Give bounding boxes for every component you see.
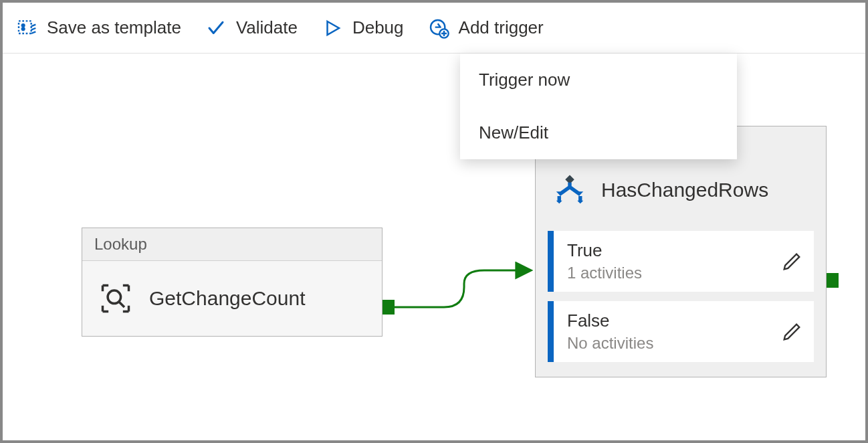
save-template-label: Save as template (47, 17, 181, 38)
true-branch[interactable]: True 1 activities (548, 231, 814, 292)
false-branch[interactable]: False No activities (548, 301, 814, 362)
lookup-success-handle[interactable] (383, 300, 395, 315)
add-trigger-button[interactable]: Add trigger (428, 17, 544, 39)
debug-label: Debug (352, 17, 404, 38)
if-condition-node[interactable]: If Condition HasChangedRows True 1 activ… (535, 126, 827, 377)
check-icon (205, 17, 227, 39)
trigger-new-edit-item[interactable]: New/Edit (460, 106, 737, 159)
template-icon (16, 17, 37, 39)
lookup-type-label: Lookup (82, 228, 382, 261)
trigger-icon (428, 17, 449, 39)
if-condition-icon (552, 172, 588, 208)
save-template-button[interactable]: Save as template (16, 17, 181, 39)
toolbar: Save as template Validate Debug Add trig… (3, 3, 865, 54)
edit-true-branch-button[interactable] (780, 250, 803, 273)
lookup-activity-node[interactable]: Lookup GetChangeCount (82, 228, 383, 337)
if-condition-name: HasChangedRows (601, 179, 768, 201)
edit-false-branch-button[interactable] (780, 321, 803, 343)
lookup-activity-name: GetChangeCount (149, 287, 306, 310)
play-icon (322, 17, 343, 39)
false-branch-count: No activities (567, 334, 780, 353)
lookup-icon (98, 281, 133, 316)
false-branch-label: False (567, 311, 780, 331)
validate-button[interactable]: Validate (205, 17, 298, 39)
validate-label: Validate (236, 17, 298, 38)
if-success-handle[interactable] (827, 273, 839, 288)
trigger-now-item[interactable]: Trigger now (460, 54, 737, 106)
svg-rect-0 (19, 21, 31, 33)
true-branch-count: 1 activities (567, 264, 780, 282)
true-branch-label: True (567, 240, 780, 261)
add-trigger-label: Add trigger (459, 17, 544, 38)
trigger-dropdown: Trigger now New/Edit (460, 54, 737, 159)
svg-point-5 (108, 290, 121, 304)
svg-point-2 (22, 27, 25, 30)
svg-point-1 (22, 24, 25, 27)
debug-button[interactable]: Debug (322, 17, 404, 39)
